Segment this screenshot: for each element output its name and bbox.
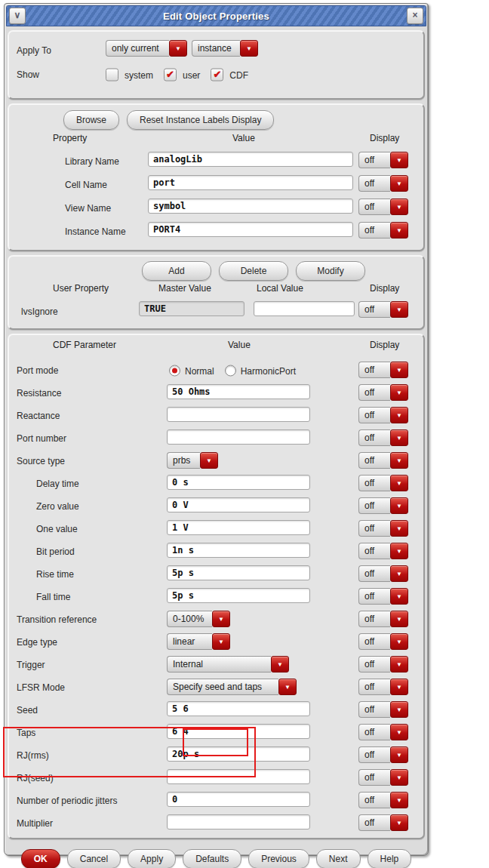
property-label: Cell Name xyxy=(65,180,107,190)
display-dropdown[interactable]: off ▼ xyxy=(358,222,408,239)
display-dropdown-value: off xyxy=(358,814,390,831)
cdf-value-input[interactable] xyxy=(167,769,310,784)
display-dropdown[interactable]: off ▼ xyxy=(358,679,408,695)
browse-button[interactable]: Browse xyxy=(63,110,119,130)
local-value-input[interactable] xyxy=(254,301,355,316)
cdf-value-dropdown[interactable]: Specify seed and taps ▼ xyxy=(167,679,297,695)
display-dropdown[interactable]: off ▼ xyxy=(358,611,408,627)
modify-button[interactable]: Modify xyxy=(296,261,365,281)
display-dropdown[interactable]: off ▼ xyxy=(358,475,408,491)
display-dropdown[interactable]: off ▼ xyxy=(358,814,408,831)
cdf-value-dropdown[interactable]: linear ▼ xyxy=(167,633,230,650)
cdf-parameter-label: RJ(seed) xyxy=(17,773,54,783)
cdf-parameter-row: LFSR Mode Specify seed and taps ▼ off ▼ xyxy=(9,676,423,699)
display-dropdown[interactable]: off ▼ xyxy=(358,701,408,718)
cdf-value-dropdown[interactable]: prbs ▼ xyxy=(167,452,218,469)
dropdown-arrow-icon: ▼ xyxy=(390,362,408,378)
cdf-value-input[interactable] xyxy=(167,588,310,603)
display-dropdown-value: off xyxy=(358,588,390,605)
display-dropdown[interactable]: off ▼ xyxy=(358,588,408,605)
previous-button[interactable]: Previous xyxy=(248,849,309,868)
apply-scope-dropdown[interactable]: only current ▼ xyxy=(106,40,187,57)
cdf-dropdown-value: linear xyxy=(167,633,212,650)
cdf-value-input[interactable] xyxy=(167,384,310,399)
checkbox[interactable]: ✔ xyxy=(211,69,223,82)
apply-button[interactable]: Apply xyxy=(128,849,176,868)
property-value-input[interactable] xyxy=(148,175,353,190)
display-dropdown[interactable]: off ▼ xyxy=(358,543,408,559)
dropdown-arrow-icon: ▼ xyxy=(390,175,408,192)
display-dropdown[interactable]: off ▼ xyxy=(358,407,408,423)
cdf-value-input[interactable] xyxy=(167,814,310,830)
titlebar[interactable]: ∨ Edit Object Properties × xyxy=(6,5,426,26)
cdf-value-input[interactable] xyxy=(167,565,310,580)
display-dropdown[interactable]: off ▼ xyxy=(358,384,408,401)
display-dropdown[interactable]: off ▼ xyxy=(358,746,408,763)
property-value-input[interactable] xyxy=(148,152,353,167)
property-row: Instance Name off ▼ xyxy=(9,220,423,243)
defaults-button[interactable]: Defaults xyxy=(183,849,241,868)
display-dropdown[interactable]: off ▼ xyxy=(358,362,408,378)
display-dropdown[interactable]: off ▼ xyxy=(358,199,408,215)
cdf-parameter-row: Resistance off ▼ xyxy=(9,382,423,405)
cdf-parameter-header: CDF Parameter xyxy=(53,340,116,350)
display-dropdown[interactable]: off ▼ xyxy=(358,152,408,168)
checkbox[interactable] xyxy=(106,69,118,82)
cdf-value-input[interactable] xyxy=(167,407,310,422)
display-dropdown[interactable]: off ▼ xyxy=(358,301,408,318)
page-background: { "window": { "title": "Edit Object Prop… xyxy=(0,0,489,868)
dropdown-arrow-icon: ▼ xyxy=(390,384,408,401)
display-dropdown[interactable]: off ▼ xyxy=(358,724,408,740)
cdf-value-input[interactable] xyxy=(167,792,310,807)
cdf-value-input[interactable] xyxy=(167,724,310,739)
cdf-value-input[interactable] xyxy=(167,746,310,762)
cdf-parameter-row: Bit period off ▼ xyxy=(9,540,423,563)
cdf-value-dropdown[interactable]: 0-100% ▼ xyxy=(167,611,230,627)
cdf-value-input[interactable] xyxy=(167,701,310,716)
instance-properties-panel: Browse Reset Instance Labels Display Pro… xyxy=(8,103,425,251)
add-button[interactable]: Add xyxy=(142,261,211,281)
cdf-value-input[interactable] xyxy=(167,475,310,490)
display-dropdown[interactable]: off ▼ xyxy=(358,175,408,192)
cdf-value-dropdown[interactable]: Internal ▼ xyxy=(167,656,289,673)
display-dropdown[interactable]: off ▼ xyxy=(358,633,408,650)
display-dropdown[interactable]: off ▼ xyxy=(358,497,408,514)
edit-object-properties-dialog: ∨ Edit Object Properties × Apply To only… xyxy=(4,3,429,856)
display-dropdown[interactable]: off ▼ xyxy=(358,656,408,673)
display-dropdown[interactable]: off ▼ xyxy=(358,452,408,469)
window-menu-button[interactable]: ∨ xyxy=(9,8,26,24)
close-button[interactable]: × xyxy=(407,8,423,24)
next-button[interactable]: Next xyxy=(316,849,361,868)
cdf-value-input[interactable] xyxy=(167,520,310,535)
master-value-input xyxy=(139,301,244,316)
property-value-input[interactable] xyxy=(148,199,353,214)
cdf-value-input[interactable] xyxy=(167,543,310,558)
apply-target-dropdown[interactable]: instance ▼ xyxy=(192,40,258,57)
ok-button[interactable]: OK xyxy=(21,849,60,868)
display-header: Display xyxy=(370,133,399,143)
cdf-parameter-row: Port number off ▼ xyxy=(9,427,423,450)
display-dropdown[interactable]: off ▼ xyxy=(358,520,408,537)
help-button[interactable]: Help xyxy=(368,849,412,868)
delete-button[interactable]: Delete xyxy=(219,261,288,281)
show-label: Show xyxy=(17,69,39,80)
cdf-parameter-row: Source type prbs ▼ off ▼ xyxy=(9,450,423,472)
radio-harmonicport[interactable] xyxy=(225,365,236,377)
dropdown-arrow-icon: ▼ xyxy=(390,656,408,673)
reset-instance-labels-button[interactable]: Reset Instance Labels Display xyxy=(127,110,274,130)
cdf-value-input[interactable] xyxy=(167,497,310,512)
cdf-parameter-row: Edge type linear ▼ off ▼ xyxy=(9,631,423,654)
dropdown-arrow-icon: ▼ xyxy=(390,679,408,695)
checkbox[interactable]: ✔ xyxy=(164,69,177,82)
display-dropdown[interactable]: off ▼ xyxy=(358,792,408,808)
display-dropdown[interactable]: off ▼ xyxy=(358,565,408,582)
radio-normal[interactable] xyxy=(169,365,180,377)
cancel-button[interactable]: Cancel xyxy=(67,849,121,868)
close-icon: × xyxy=(412,10,417,20)
display-dropdown[interactable]: off ▼ xyxy=(358,429,408,446)
display-dropdown-value: off xyxy=(358,199,390,215)
radio-group: NormalHarmonicPort xyxy=(169,365,302,377)
cdf-value-input[interactable] xyxy=(167,429,310,445)
display-dropdown[interactable]: off ▼ xyxy=(358,769,408,786)
property-value-input[interactable] xyxy=(148,222,353,237)
